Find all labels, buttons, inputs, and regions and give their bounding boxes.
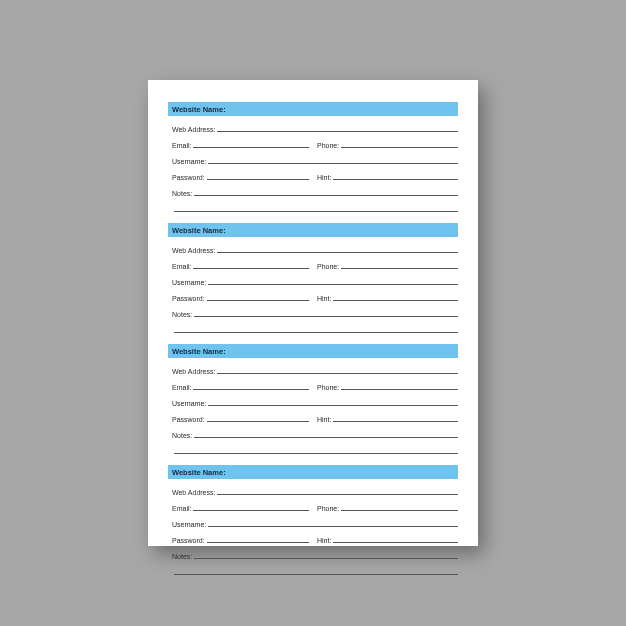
label-hint: Hint: <box>317 295 333 302</box>
row-web-address: Web Address: <box>168 122 458 133</box>
line-email[interactable] <box>193 389 309 390</box>
row-username: Username: <box>168 396 458 407</box>
line-password[interactable] <box>207 542 309 543</box>
row-password-hint: Password: Hint: <box>168 533 458 544</box>
line-notes-2[interactable] <box>174 574 458 575</box>
line-notes[interactable] <box>194 316 458 317</box>
row-email-phone: Email: Phone: <box>168 501 458 512</box>
label-email: Email: <box>168 142 193 149</box>
line-phone[interactable] <box>341 268 458 269</box>
password-entry: Website Name: Web Address: Email: Phone:… <box>168 344 458 455</box>
label-username: Username: <box>168 521 208 528</box>
line-notes[interactable] <box>194 437 458 438</box>
entry-title: Website Name: <box>172 105 226 114</box>
line-phone[interactable] <box>341 147 458 148</box>
line-username[interactable] <box>208 405 458 406</box>
row-password-hint: Password: Hint: <box>168 291 458 302</box>
label-username: Username: <box>168 158 208 165</box>
line-password[interactable] <box>207 300 309 301</box>
row-password-hint: Password: Hint: <box>168 412 458 423</box>
line-hint[interactable] <box>333 542 458 543</box>
label-password: Password: <box>168 295 207 302</box>
label-notes: Notes: <box>168 432 194 439</box>
entry-title: Website Name: <box>172 468 226 477</box>
row-notes: Notes: <box>168 549 458 560</box>
password-entry: Website Name: Web Address: Email: Phone:… <box>168 102 458 213</box>
row-email-phone: Email: Phone: <box>168 138 458 149</box>
line-notes[interactable] <box>194 195 458 196</box>
line-web-address[interactable] <box>217 131 458 132</box>
line-email[interactable] <box>193 268 309 269</box>
row-notes-2 <box>168 444 458 455</box>
line-username[interactable] <box>208 526 458 527</box>
entry-header: Website Name: <box>168 465 458 479</box>
label-phone: Phone: <box>317 263 341 270</box>
line-notes-2[interactable] <box>174 453 458 454</box>
label-notes: Notes: <box>168 553 194 560</box>
label-web-address: Web Address: <box>168 247 217 254</box>
line-notes-2[interactable] <box>174 332 458 333</box>
label-email: Email: <box>168 505 193 512</box>
entry-header: Website Name: <box>168 102 458 116</box>
row-username: Username: <box>168 517 458 528</box>
line-hint[interactable] <box>333 421 458 422</box>
line-web-address[interactable] <box>217 373 458 374</box>
line-password[interactable] <box>207 179 309 180</box>
password-entry: Website Name: Web Address: Email: Phone:… <box>168 465 458 576</box>
label-password: Password: <box>168 537 207 544</box>
row-password-hint: Password: Hint: <box>168 170 458 181</box>
line-web-address[interactable] <box>217 494 458 495</box>
entry-header: Website Name: <box>168 344 458 358</box>
row-username: Username: <box>168 275 458 286</box>
label-username: Username: <box>168 400 208 407</box>
line-password[interactable] <box>207 421 309 422</box>
label-hint: Hint: <box>317 537 333 544</box>
label-hint: Hint: <box>317 416 333 423</box>
row-web-address: Web Address: <box>168 364 458 375</box>
label-email: Email: <box>168 384 193 391</box>
row-notes-2 <box>168 565 458 576</box>
label-hint: Hint: <box>317 174 333 181</box>
row-notes: Notes: <box>168 428 458 439</box>
entry-header: Website Name: <box>168 223 458 237</box>
line-notes-2[interactable] <box>174 211 458 212</box>
label-phone: Phone: <box>317 505 341 512</box>
label-web-address: Web Address: <box>168 368 217 375</box>
label-web-address: Web Address: <box>168 126 217 133</box>
row-notes-2 <box>168 323 458 334</box>
row-web-address: Web Address: <box>168 485 458 496</box>
label-notes: Notes: <box>168 311 194 318</box>
label-phone: Phone: <box>317 384 341 391</box>
line-hint[interactable] <box>333 300 458 301</box>
label-username: Username: <box>168 279 208 286</box>
label-web-address: Web Address: <box>168 489 217 496</box>
entry-title: Website Name: <box>172 347 226 356</box>
line-hint[interactable] <box>333 179 458 180</box>
line-email[interactable] <box>193 147 309 148</box>
row-notes: Notes: <box>168 186 458 197</box>
line-phone[interactable] <box>341 510 458 511</box>
label-password: Password: <box>168 174 207 181</box>
row-notes-2 <box>168 202 458 213</box>
label-notes: Notes: <box>168 190 194 197</box>
line-username[interactable] <box>208 163 458 164</box>
password-entry: Website Name: Web Address: Email: Phone:… <box>168 223 458 334</box>
label-phone: Phone: <box>317 142 341 149</box>
row-email-phone: Email: Phone: <box>168 259 458 270</box>
label-password: Password: <box>168 416 207 423</box>
password-log-page: Website Name: Web Address: Email: Phone:… <box>148 80 478 546</box>
line-notes[interactable] <box>194 558 458 559</box>
line-username[interactable] <box>208 284 458 285</box>
line-web-address[interactable] <box>217 252 458 253</box>
line-phone[interactable] <box>341 389 458 390</box>
entry-title: Website Name: <box>172 226 226 235</box>
row-web-address: Web Address: <box>168 243 458 254</box>
row-username: Username: <box>168 154 458 165</box>
row-email-phone: Email: Phone: <box>168 380 458 391</box>
line-email[interactable] <box>193 510 309 511</box>
label-email: Email: <box>168 263 193 270</box>
row-notes: Notes: <box>168 307 458 318</box>
